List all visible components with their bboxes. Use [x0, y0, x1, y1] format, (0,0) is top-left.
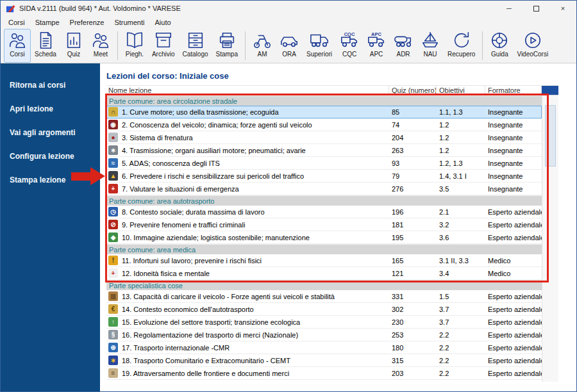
menu-strumenti[interactable]: Strumenti [109, 17, 149, 28]
tanker-icon [394, 31, 413, 50]
lesson-name-cell: €14. Contesto economico dell'autotraspor… [106, 304, 389, 314]
toolbar-button-stampa[interactable]: Stampa [212, 29, 242, 63]
toolbar-button-label: Catalogo [183, 51, 208, 58]
lesson-obiettivi: 2.1 [437, 208, 485, 216]
lesson-row[interactable]: ⊘9. Prevenire fenomeni e traffici crimin… [106, 218, 542, 231]
lesson-row[interactable]: ▥13. Capacità di caricare il veicolo - F… [106, 290, 542, 303]
table-header: Nome lezione Quiz (numero) Obiettivi For… [106, 85, 558, 95]
lesson-name: 10. Immagine aziendale; logistica sosten… [122, 234, 310, 241]
truck-icon [310, 31, 329, 50]
menu-stampe[interactable]: Stampe [30, 17, 65, 28]
play-circle-icon [523, 31, 542, 50]
menu-aiuto[interactable]: Aiuto [149, 17, 176, 28]
lesson-name-cell: ↑15. Evoluzione del settore trasporti; t… [106, 317, 389, 327]
lesson-name: 11. Infortuni sul lavoro; prevenire i ri… [122, 257, 262, 265]
lesson-obiettivi: 3.4 [437, 270, 485, 277]
lesson-icon: + [108, 268, 118, 278]
sidebar-item-ritorna-ai-corsi[interactable]: Ritorna ai corsi [1, 75, 100, 95]
lesson-row[interactable]: ∩1. Curve motore; uso della trasmissione… [106, 106, 542, 118]
lesson-row[interactable]: ↑15. Evoluzione del settore trasporti; t… [106, 316, 542, 329]
lesson-name-cell: ▥13. Capacità di caricare il veicolo - F… [106, 291, 389, 301]
lesson-name: 15. Evoluzione del settore trasporti; tr… [122, 318, 300, 326]
lesson-name: 16. Regolamentazione del trasporto di me… [122, 331, 298, 339]
minimize-button[interactable]: ─ [496, 1, 523, 16]
lesson-formatore: Insegnante [485, 185, 542, 193]
lesson-name: 17. Trasporto internazionale -CMR [122, 344, 230, 352]
lesson-quiz-count: 276 [389, 185, 437, 193]
lesson-quiz-count: 315 [389, 357, 437, 364]
lesson-row[interactable]: +12. Idoneità fisica e mentale1213.4Medi… [106, 267, 542, 280]
toolbar-button-am[interactable]: AM [249, 29, 276, 63]
lesson-row[interactable]: ▲6. Prevedere i rischi e sensibilizzare … [106, 170, 542, 183]
toolbar-button-corsi[interactable]: Corsi [4, 29, 31, 63]
column-header-obiettivi[interactable]: Obiettivi [437, 86, 485, 95]
lesson-name: 6. Prevedere i rischi e sensibilizzare s… [122, 172, 304, 180]
menu-preferenze[interactable]: Preferenze [65, 17, 110, 28]
lesson-name-cell: ≈5. ADAS; conoscenza degli ITS [106, 158, 389, 168]
sidebar-item-configura-lezione[interactable]: Configura lezione [1, 146, 100, 167]
lesson-icon: ⊕ [108, 343, 118, 352]
lesson-icon: ◷ [108, 207, 118, 216]
lesson-row[interactable]: ◉2. Conoscenza del veicolo; dinamica; fo… [106, 118, 542, 131]
lesson-row[interactable]: €14. Contesto economico dell'autotraspor… [106, 303, 542, 316]
column-header-quiz-numero[interactable]: Quiz (numero) [389, 86, 437, 95]
scrollbar-thumb[interactable] [545, 105, 556, 167]
close-button[interactable]: × [549, 1, 576, 16]
toolbar-button-guida[interactable]: Guida [486, 29, 513, 63]
toolbar-button-label: Quiz [67, 51, 81, 58]
lesson-row[interactable]: ◷8. Contesto sociale; durata massima di … [106, 206, 542, 218]
toolbar-button-apc[interactable]: APCAPC [363, 29, 390, 63]
lesson-row[interactable]: !11. Infortuni sul lavoro; prevenire i r… [106, 254, 542, 267]
column-header-nome-lezione[interactable]: Nome lezione [106, 86, 389, 95]
lesson-row[interactable]: ≈5. ADAS; conoscenza degli ITS931.2, 1.3… [106, 157, 542, 170]
toolbar-button-videocorsi[interactable]: VideoCorsi [513, 29, 552, 63]
lesson-row[interactable]: ∗4. Trasmissione; organi ausiliari motor… [106, 144, 542, 157]
lesson-formatore: Esperto aziendale [485, 234, 542, 241]
table-body: Parte comune: area circolazione stradale… [106, 95, 542, 382]
header-corner-box[interactable] [542, 86, 558, 95]
lesson-obiettivi: 2.2 [437, 357, 485, 364]
lesson-name: 19. Attraversamento delle frontiere e do… [122, 370, 289, 377]
toolbar-button-label: AM [258, 51, 267, 58]
toolbar-button-superiori[interactable]: Superiori [303, 29, 336, 63]
lesson-row[interactable]: ∗18. Trasporto Comunitario e Extracomuni… [106, 354, 542, 367]
lesson-row[interactable]: §16. Regolamentazione del trasporto di m… [106, 329, 542, 341]
moped-icon [253, 31, 272, 50]
toolbar-button-catalogo[interactable]: Catalogo [179, 29, 212, 63]
lesson-row[interactable]: ≡19. Attraversamento delle frontiere e d… [106, 367, 542, 380]
lesson-row[interactable]: ●3. Sistema di frenatura2041.2Insegnante [106, 131, 542, 144]
toolbar-button-recupero[interactable]: Recupero [444, 29, 479, 63]
toolbar-button-archivio[interactable]: Archivio [148, 29, 179, 63]
lessons-table: Nome lezione Quiz (numero) Obiettivi For… [106, 85, 558, 382]
lesson-name-cell: ∗4. Trasmissione; organi ausiliari motor… [106, 145, 389, 155]
toolbar-button-meet[interactable]: Meet [87, 29, 114, 63]
toolbar-button-scheda[interactable]: Scheda [31, 29, 60, 63]
lesson-quiz-count: 230 [389, 318, 437, 326]
lesson-icon: € [108, 304, 118, 314]
toolbar-button-label: Piegh. [126, 51, 144, 58]
toolbar-button-quiz[interactable]: Quiz [60, 29, 87, 63]
toolbar-button-piegh[interactable]: Piegh. [121, 29, 148, 63]
lesson-row[interactable]: ◆10. Immagine aziendale; logistica soste… [106, 231, 542, 244]
sidebar-item-stampa-lezione[interactable]: Stampa lezione [1, 170, 100, 190]
column-header-formatore[interactable]: Formatore [485, 86, 542, 95]
lesson-quiz-count: 79 [389, 172, 437, 180]
section-header: Parte comune: area circolazione stradale [106, 95, 542, 106]
lifebuoy-icon [490, 31, 509, 50]
menu-corsi[interactable]: Corsi [3, 17, 30, 28]
toolbar-button-ora[interactable]: ORA [276, 29, 303, 63]
lesson-row[interactable]: ⊕17. Trasporto internazionale -CMR1802.2… [106, 341, 542, 354]
people-icon [91, 31, 110, 50]
toolbar-button-adr[interactable]: ADR [390, 29, 417, 63]
toolbar-button-nau[interactable]: NAU [417, 29, 444, 63]
sidebar-item-vai-agli-argomenti[interactable]: Vai agli argomenti [1, 122, 100, 143]
toolbar-button-cqc[interactable]: CQCCQC [336, 29, 363, 63]
people-icon [8, 31, 27, 50]
toolbar-button-label: VideoCorsi [517, 51, 548, 58]
lesson-formatore: Insegnante [485, 172, 542, 180]
lesson-name: 2. Conoscenza del veicolo; dinamica; for… [122, 121, 312, 129]
vertical-scrollbar[interactable] [542, 95, 558, 382]
sidebar-item-apri-lezione[interactable]: Apri lezione [1, 99, 100, 119]
maximize-button[interactable] [523, 1, 549, 16]
lesson-row[interactable]: +7. Valutare le situazioni di emergenza2… [106, 183, 542, 195]
